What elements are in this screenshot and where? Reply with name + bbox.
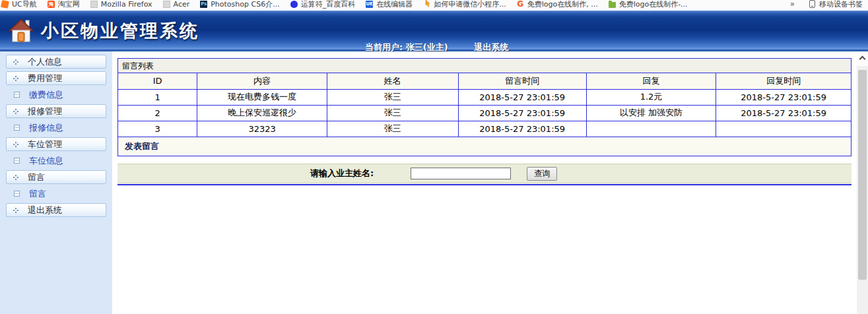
bookmarks-overflow-chevron-icon[interactable]: »	[790, 0, 795, 9]
generic-page-icon	[163, 1, 170, 8]
table-cell: 32323	[197, 121, 327, 137]
column-header: 回复	[586, 73, 716, 89]
sidebar-list: 个人信息费用管理缴费信息报修管理报修信息车位管理车位信息留言留言退出系统	[0, 55, 112, 217]
panel-footer: 发表留言	[118, 137, 851, 156]
table-cell: 1.2元	[586, 89, 716, 105]
sidebar-item[interactable]: 报修信息	[6, 121, 106, 135]
column-header: 姓名	[327, 73, 458, 89]
bookmark-label: Photoshop CS6介...	[211, 0, 279, 9]
bookmark-item[interactable]: G免费logo在线制作, ...	[517, 0, 598, 9]
generic-page-icon	[90, 1, 98, 8]
table-cell: 2	[118, 105, 197, 121]
taobao-icon: 淘	[48, 1, 55, 8]
dots-icon	[13, 208, 18, 213]
sidebar-item-label: 退出系统	[28, 204, 62, 216]
search-button[interactable]: 查询	[527, 167, 557, 181]
bookmarks-bar: UC导航淘淘宝网Mozilla FirefoxAcerPsPhotoshop C…	[0, 0, 868, 11]
vertical-scrollbar[interactable]	[857, 51, 868, 314]
table-cell	[586, 121, 716, 137]
dots-icon	[13, 59, 18, 65]
sidebar-item-label: 报修管理	[28, 106, 62, 117]
table-cell: 2018-5-27 23:01:59	[458, 105, 586, 121]
mobile-bookmarks-folder[interactable]: 移动设备书签	[819, 0, 863, 9]
table-cell: 晚上保安巡逻很少	[197, 105, 327, 121]
search-bar: 请输入业主姓名: 查询	[117, 164, 851, 183]
bookmark-item[interactable]: UC导航	[1, 0, 37, 9]
sidebar-item-label: 车位管理	[28, 139, 62, 150]
table-cell: 以安排 加强安防	[586, 105, 716, 121]
column-header: 回复时间	[716, 73, 851, 89]
table-cell: 3	[118, 121, 197, 137]
sidebar-item-label: 留言	[28, 172, 45, 183]
bookmark-label: 免费logo在线制作-...	[619, 0, 688, 9]
sidebar-item-label: 费用管理	[28, 73, 62, 84]
bookmark-item[interactable]: Acer	[163, 0, 190, 9]
sidebar-item[interactable]: 缴费信息	[6, 88, 106, 102]
sidebar-item-label: 个人信息	[28, 56, 62, 68]
post-message-link[interactable]: 发表留言	[125, 141, 159, 152]
search-label: 请输入业主姓名:	[310, 168, 374, 179]
message-list-panel: 留言列表 ID内容姓名留言时间回复回复时间 1现在电费多钱一度张三2018-5-…	[117, 58, 851, 156]
table-cell: 张三	[327, 89, 458, 105]
sidebar-item[interactable]: 退出系统	[6, 203, 106, 217]
bookmark-label: 如何申请微信小程序...	[434, 0, 506, 9]
divider-line	[117, 184, 851, 185]
hand-cursor-icon	[423, 1, 430, 8]
table-cell	[716, 121, 851, 137]
dots-icon	[13, 76, 18, 81]
g-icon: G	[517, 1, 524, 8]
bookmarks-list: UC导航淘淘宝网Mozilla FirefoxAcerPsPhotoshop C…	[0, 0, 698, 11]
table-cell: 2018-5-27 23:01:59	[716, 89, 851, 105]
table-cell: 2018-5-27 23:01:59	[716, 105, 851, 121]
bookmark-item[interactable]: 运算符_百度百科	[290, 0, 356, 9]
scroll-up-button[interactable]	[857, 51, 868, 66]
expand-box-icon	[14, 125, 20, 131]
sidebar-item-label: 车位信息	[29, 155, 63, 167]
app-logo: 小区物业管理系统	[8, 18, 199, 43]
bookmark-label: 免费logo在线制作, ...	[527, 0, 598, 9]
bookmark-item[interactable]: PsPhotoshop CS6介...	[200, 0, 279, 9]
sidebar-item-label: 报修信息	[29, 122, 63, 134]
sidebar-menu: 个人信息费用管理缴费信息报修管理报修信息车位管理车位信息留言留言退出系统	[0, 51, 112, 314]
bookmark-item[interactable]: 免费logo在线制作-...	[609, 0, 688, 9]
owner-name-input[interactable]	[411, 168, 511, 179]
sidebar-item[interactable]: 报修管理	[6, 104, 106, 118]
app-header: 小区物业管理系统 当前用户: 张三(业主) 退出系统	[0, 11, 868, 51]
page-title: 小区物业管理系统	[41, 19, 199, 43]
dots-icon	[13, 142, 18, 147]
dots-icon	[13, 109, 18, 114]
chevron-up-icon	[859, 56, 866, 63]
baidu-icon	[290, 1, 298, 8]
bookmark-item[interactable]: UE在线编辑器	[366, 0, 413, 9]
mobile-device-icon	[809, 0, 815, 8]
table-cell: 现在电费多钱一度	[197, 89, 327, 105]
bookmark-label: Acer	[174, 0, 190, 9]
table-body: 1现在电费多钱一度张三2018-5-27 23:01:591.2元2018-5-…	[118, 89, 851, 137]
scrollbar-thumb[interactable]	[858, 70, 867, 280]
column-header: 内容	[197, 73, 327, 89]
table-header-row: ID内容姓名留言时间回复回复时间	[118, 73, 851, 89]
expand-box-icon	[14, 92, 20, 98]
bookmark-label: Mozilla Firefox	[101, 0, 152, 9]
bookmark-item[interactable]: Mozilla Firefox	[90, 0, 152, 9]
table-row: 1现在电费多钱一度张三2018-5-27 23:01:591.2元2018-5-…	[118, 89, 851, 105]
bookmark-item[interactable]: 如何申请微信小程序...	[423, 0, 506, 9]
logout-link[interactable]: 退出系统	[475, 42, 509, 53]
green-folder-icon	[609, 2, 616, 8]
bookmark-label: 运算符_百度百科	[301, 0, 356, 9]
bookmark-item[interactable]: 淘淘宝网	[48, 0, 80, 9]
current-user-label: 当前用户: 张三(业主)	[365, 42, 448, 53]
sidebar-item[interactable]: 费用管理	[6, 71, 106, 85]
message-table: ID内容姓名留言时间回复回复时间 1现在电费多钱一度张三2018-5-27 23…	[118, 73, 851, 137]
sidebar-item[interactable]: 留言	[6, 187, 106, 201]
bookmarks-right: » 移动设备书签	[790, 0, 863, 11]
table-row: 2晚上保安巡逻很少张三2018-5-27 23:01:59以安排 加强安防201…	[118, 105, 851, 121]
sidebar-item[interactable]: 车位管理	[6, 137, 106, 151]
sidebar-item[interactable]: 留言	[6, 170, 106, 184]
table-cell: 1	[118, 89, 197, 105]
table-cell: 2018-5-27 23:01:59	[458, 89, 586, 105]
sidebar-item[interactable]: 车位信息	[6, 154, 106, 168]
sidebar-item[interactable]: 个人信息	[6, 55, 106, 69]
user-bar: 当前用户: 张三(业主) 退出系统	[365, 42, 509, 53]
table-cell: 张三	[327, 105, 458, 121]
